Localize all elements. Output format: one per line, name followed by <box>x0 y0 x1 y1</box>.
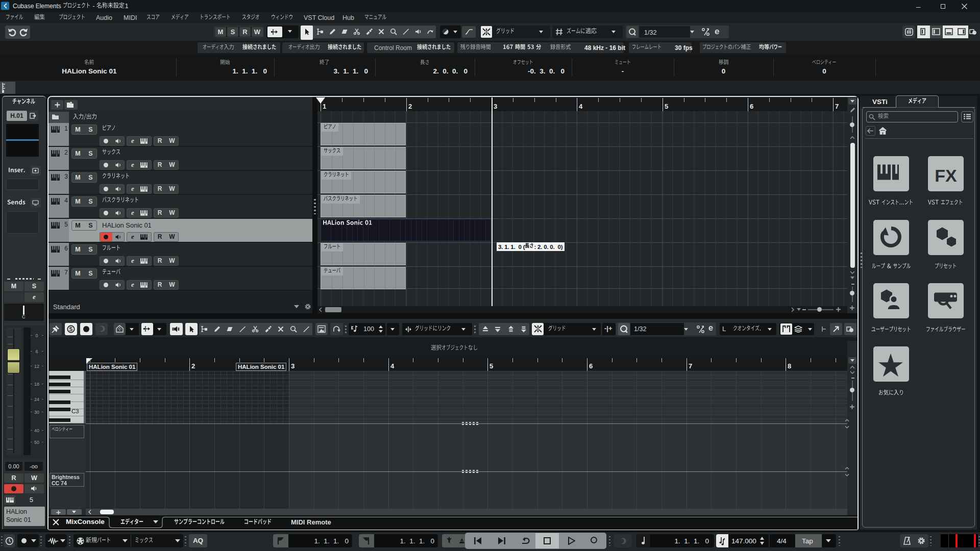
svg-text:FX: FX <box>935 166 957 185</box>
svg-text:S: S <box>69 327 73 332</box>
